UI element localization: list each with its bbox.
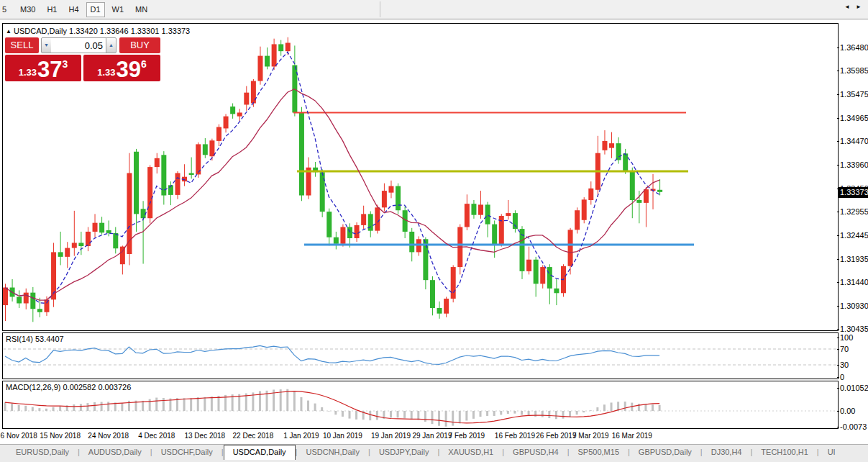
rsi-axis-label: 30: [840, 361, 849, 369]
tab-eurusd-daily[interactable]: EURUSD,Daily: [7, 445, 78, 460]
date-axis-label: 22 Dec 2018: [233, 432, 274, 440]
price-axis-label: 1.34470: [840, 137, 868, 145]
price-axis-label: 1.30930: [840, 302, 868, 310]
price-axis-label: 1.31935: [840, 255, 868, 263]
chart-tab-bar: EURUSD,Daily|AUDUSD,Daily|USDCHF,Daily|U…: [0, 444, 868, 462]
tab-ui[interactable]: UI: [819, 445, 844, 460]
timeframe-button-mn[interactable]: MN: [131, 2, 152, 17]
current-price-marker: 1.33373: [838, 187, 868, 198]
date-axis-label: 16 Mar 2019: [612, 432, 652, 440]
sell-price-box[interactable]: 1.33 37 3: [5, 55, 81, 81]
date-axis[interactable]: 6 Nov 201815 Nov 201824 Nov 20184 Dec 20…: [3, 432, 837, 443]
date-axis-label: 26 Feb 2019: [536, 432, 576, 440]
macd-indicator-label: MACD(12,26,9) 0.002582 0.003726: [6, 383, 131, 391]
price-axis-label: 1.35475: [840, 90, 868, 99]
timeframe-button-h4[interactable]: H4: [64, 2, 83, 17]
ma-fast-line: [5, 52, 659, 303]
volume-decrease-button[interactable]: ▼: [41, 37, 52, 53]
timeframe-button-5[interactable]: 5: [0, 2, 13, 17]
rsi-chart[interactable]: [3, 333, 838, 379]
date-axis-label: 16 Feb 2019: [495, 432, 535, 440]
timeframe-button-w1[interactable]: W1: [108, 2, 129, 17]
buy-price-pip: 6: [141, 58, 147, 70]
sell-price-prefix: 1.33: [19, 67, 37, 78]
price-axis-label: 1.35985: [840, 66, 868, 75]
date-axis-label: 7 Feb 2019: [449, 432, 485, 440]
price-axis-label: 1.32445: [840, 231, 868, 240]
timeframe-button-row: 5M30H1H4D1W1MN: [0, 2, 152, 17]
chart-header: ▲ USDCAD,Daily 1.33420 1.33646 1.33301 1…: [6, 27, 190, 35]
macd-signal-line: [5, 391, 659, 423]
timeframe-button-m30[interactable]: M30: [16, 2, 40, 17]
buy-price-box[interactable]: 1.33 39 6: [83, 55, 160, 81]
tab-xauusd-h1[interactable]: XAUUSD,H1: [439, 445, 502, 460]
price-axis-label: 1.36480: [840, 43, 868, 52]
volume-increase-button[interactable]: ▲: [106, 37, 117, 53]
rsi-axis-label: 100: [840, 333, 853, 342]
buy-button[interactable]: BUY: [119, 37, 160, 53]
date-axis-label: 10 Jan 2019: [323, 432, 362, 440]
rsi-line: [5, 345, 659, 364]
tab-audusd-daily[interactable]: AUDUSD,Daily: [80, 445, 150, 460]
date-axis-label: 29 Jan 2019: [412, 432, 452, 440]
price-axis-label: 1.30435: [840, 325, 868, 333]
sell-price-pip: 3: [63, 58, 68, 70]
buy-price-main: 39: [117, 60, 141, 79]
macd-axis-label: -0.0073: [840, 422, 867, 431]
date-axis-label: 1 Jan 2019: [283, 432, 319, 440]
tab-tech100-h1[interactable]: TECH100,H1: [752, 445, 816, 460]
price-axis-label: 1.32955: [840, 207, 868, 216]
timeframe-button-d1[interactable]: D1: [86, 2, 105, 17]
date-axis-label: 6 Nov 2018: [1, 432, 37, 440]
price-axis-label: 1.33960: [840, 160, 868, 169]
sell-button[interactable]: SELL: [5, 37, 39, 53]
rsi-indicator-label: RSI(14) 53.4407: [6, 335, 64, 343]
date-axis-label: 7 Mar 2019: [572, 432, 609, 440]
sell-price-main: 37: [37, 60, 62, 79]
date-axis-label: 19 Jan 2019: [371, 432, 411, 440]
rsi-axis-label: 70: [840, 345, 849, 353]
timeframe-toolbar: 5M30H1H4D1W1MN: [0, 0, 868, 19]
date-axis-label: 4 Dec 2018: [138, 432, 175, 440]
volume-input[interactable]: [51, 37, 106, 53]
macd-histogram: [4, 389, 661, 427]
tab-sp500-m15[interactable]: SP500,M15: [570, 445, 628, 460]
tab-scroll-arrows: ◄ ►: [844, 4, 864, 10]
rsi-axis-label: 0: [840, 373, 844, 381]
date-axis-label: 15 Nov 2018: [40, 432, 81, 440]
toolbar-separator: [380, 1, 380, 17]
tab-usdchf-daily[interactable]: USDCHF,Daily: [152, 445, 221, 460]
price-axis-label: 1.31440: [840, 278, 868, 286]
tab-usdjpy-daily[interactable]: USDJPY,Daily: [370, 445, 438, 460]
tab-dj30-h4[interactable]: DJ30,H4: [703, 445, 751, 460]
date-axis-label: 13 Dec 2018: [184, 432, 225, 440]
tab-usdcnh-daily[interactable]: USDCNH,Daily: [297, 445, 368, 460]
date-axis-label: 24 Nov 2018: [88, 432, 129, 440]
buy-price-prefix: 1.33: [97, 67, 115, 78]
chart-ohlc-quotes: 1.33420 1.33646 1.33301 1.33373: [69, 27, 190, 35]
collapse-triangle-icon[interactable]: ▲: [6, 28, 12, 35]
macd-axis-label: 0.010525: [840, 384, 868, 392]
price-axis-label: 1.34965: [840, 114, 868, 122]
tab-scroll-left-icon[interactable]: ◄: [844, 4, 852, 10]
tab-gbpusd-daily[interactable]: GBPUSD,Daily: [630, 445, 700, 460]
one-click-trade-panel: SELL ▼ ▲ BUY 1.33 37 3 1.33 39 6: [5, 37, 160, 81]
tab-gbpusd-h4[interactable]: GBPUSD,H4: [504, 445, 567, 460]
rsi-indicator-pane[interactable]: [2, 332, 839, 379]
macd-axis-label: 0.00: [840, 407, 855, 415]
timeframe-button-h1[interactable]: H1: [42, 2, 61, 17]
tab-usdcad-daily[interactable]: USDCAD,Daily: [224, 445, 296, 460]
chart-symbol-label: USDCAD,Daily: [14, 27, 67, 35]
tab-scroll-right-icon[interactable]: ►: [856, 4, 864, 10]
